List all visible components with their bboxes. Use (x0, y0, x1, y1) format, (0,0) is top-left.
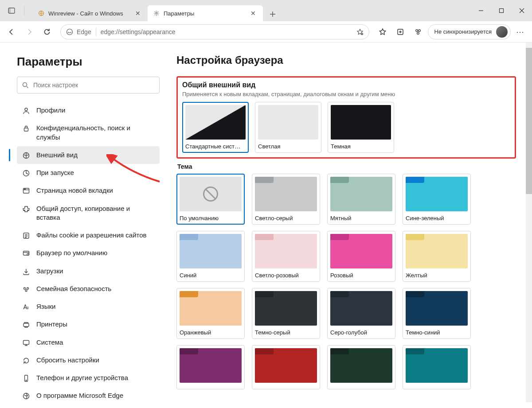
close-icon[interactable]: ✕ (133, 9, 142, 18)
theme-swatch (255, 234, 317, 268)
folder-tab (330, 348, 349, 354)
settings-search[interactable] (17, 77, 160, 93)
folder-tab (406, 177, 424, 183)
page-title: Настройка браузера (176, 54, 516, 66)
section-subtitle: Применяется к новым вкладкам, страницам,… (182, 91, 510, 97)
folder-tab (406, 291, 424, 297)
search-icon (22, 82, 29, 89)
site-identity[interactable]: Edge (66, 28, 91, 35)
sidebar-item[interactable]: Конфиденциальность, поиск и службы (17, 119, 160, 146)
folder-tab (180, 234, 198, 240)
sidebar-item[interactable]: Семейная безопасность (17, 280, 160, 298)
theme-card[interactable]: Оранжевый (176, 288, 245, 339)
sidebar-item[interactable]: Сбросить настройки (17, 351, 160, 369)
sidebar-item[interactable]: Браузер по умолчанию (17, 244, 160, 262)
appearance-option-light[interactable]: Светлая (255, 102, 321, 153)
new-tab-button[interactable] (266, 7, 280, 21)
sidebar-item[interactable]: При запуске (17, 164, 160, 182)
tab-settings[interactable]: Параметры ✕ (148, 5, 263, 21)
theme-label: Розовый (330, 272, 392, 279)
svg-point-3 (156, 12, 157, 14)
section-heading: Общий внешний вид (182, 81, 510, 89)
nav-label: Семейная безопасность (36, 284, 111, 293)
sidebar-item[interactable]: Страница новой вкладки (17, 182, 160, 199)
theme-swatch (180, 177, 242, 211)
nav-icon (22, 321, 30, 329)
theme-swatch (180, 234, 242, 268)
tab-winreview[interactable]: Winreview - Сайт о Windows ✕ (32, 5, 148, 21)
theme-card[interactable]: Синий (176, 231, 245, 282)
refresh-button[interactable] (39, 24, 55, 40)
tab-actions-icon[interactable] (4, 3, 20, 19)
address-bar[interactable]: Edge edge://settings/appearance (60, 24, 369, 39)
theme-card[interactable]: Серо-голубой (327, 288, 395, 339)
sidebar-item[interactable]: Языки (17, 298, 160, 315)
theme-card[interactable] (327, 345, 395, 389)
collections-button[interactable] (392, 24, 408, 40)
sidebar-item[interactable]: Загрузки (17, 262, 160, 280)
theme-swatch (255, 291, 317, 326)
theme-card[interactable]: Сине-зеленый (403, 174, 471, 225)
profile-sync-chip[interactable]: Не синхронизируется (428, 24, 511, 39)
swatch-light (258, 105, 318, 140)
toolbar: Edge edge://settings/appearance Не синхр… (0, 21, 532, 43)
theme-card[interactable]: Розовый (327, 231, 395, 282)
titlebar: Winreview - Сайт о Windows ✕ Параметры ✕ (0, 0, 532, 21)
sidebar-item[interactable]: Профили (17, 101, 160, 119)
sidebar-item[interactable]: Система (17, 334, 160, 351)
appearance-option-system[interactable]: Стандартные сист… (182, 102, 249, 153)
forward-button[interactable] (21, 24, 37, 40)
svg-point-23 (27, 288, 29, 289)
swatch-dark (331, 105, 391, 140)
maximize-button[interactable] (491, 0, 512, 21)
minimize-button[interactable] (471, 0, 491, 21)
theme-label: По умолчанию (180, 215, 242, 221)
back-button[interactable] (4, 24, 20, 40)
svg-point-10 (417, 32, 419, 34)
sidebar-item[interactable]: Принтеры (17, 315, 160, 333)
svg-rect-25 (23, 323, 29, 326)
theme-card[interactable]: Темно-синий (403, 288, 471, 339)
sidebar-item[interactable]: Телефон и другие устройства (17, 369, 160, 387)
sidebar-item[interactable]: Внешний вид (17, 146, 160, 164)
more-menu-button[interactable]: ⋯ (512, 24, 528, 40)
reading-list-icon[interactable] (356, 28, 364, 35)
theme-card[interactable] (403, 345, 471, 389)
theme-card[interactable] (176, 345, 245, 389)
none-icon (203, 187, 218, 202)
theme-card[interactable]: Мятный (327, 174, 395, 225)
theme-card[interactable]: По умолчанию (176, 174, 245, 225)
scrollbar-thumb[interactable] (526, 48, 532, 194)
theme-card[interactable]: Темно-серый (252, 288, 320, 339)
gear-icon (153, 10, 160, 17)
svg-point-9 (418, 29, 420, 31)
theme-card[interactable]: Желтый (403, 231, 471, 282)
theme-label: Сине-зеленый (406, 215, 468, 221)
appearance-option-dark[interactable]: Темная (328, 102, 394, 153)
search-input[interactable] (33, 82, 155, 89)
sidebar-item[interactable]: Общий доступ, копирование и вставка (17, 200, 160, 227)
favorites-button[interactable] (375, 24, 391, 40)
theme-card[interactable] (252, 345, 320, 389)
svg-point-28 (26, 380, 27, 381)
svg-rect-26 (23, 340, 29, 344)
nav-label: Профили (36, 106, 65, 115)
settings-sidebar: Параметры Профили Конфиденциальность, по… (0, 43, 168, 408)
sidebar-item[interactable]: Файлы cookie и разрешения сайтов (17, 226, 160, 244)
close-icon[interactable]: ✕ (249, 9, 258, 18)
svg-rect-1 (8, 8, 11, 13)
extensions-button[interactable] (410, 24, 426, 40)
theme-swatch (255, 177, 317, 211)
theme-swatch (406, 234, 468, 268)
theme-label: Темно-синий (406, 329, 468, 336)
close-button[interactable] (512, 0, 532, 21)
svg-point-5 (67, 29, 73, 35)
nav-label: Конфиденциальность, поиск и службы (36, 124, 154, 142)
svg-point-11 (23, 83, 27, 87)
sidebar-item[interactable]: О программе Microsoft Edge (17, 387, 160, 404)
theme-swatch (180, 291, 242, 326)
settings-title: Параметры (17, 55, 160, 69)
theme-card[interactable]: Светло-серый (252, 174, 320, 225)
theme-label: Серо-голубой (330, 329, 392, 336)
theme-card[interactable]: Светло-розовый (252, 231, 320, 282)
